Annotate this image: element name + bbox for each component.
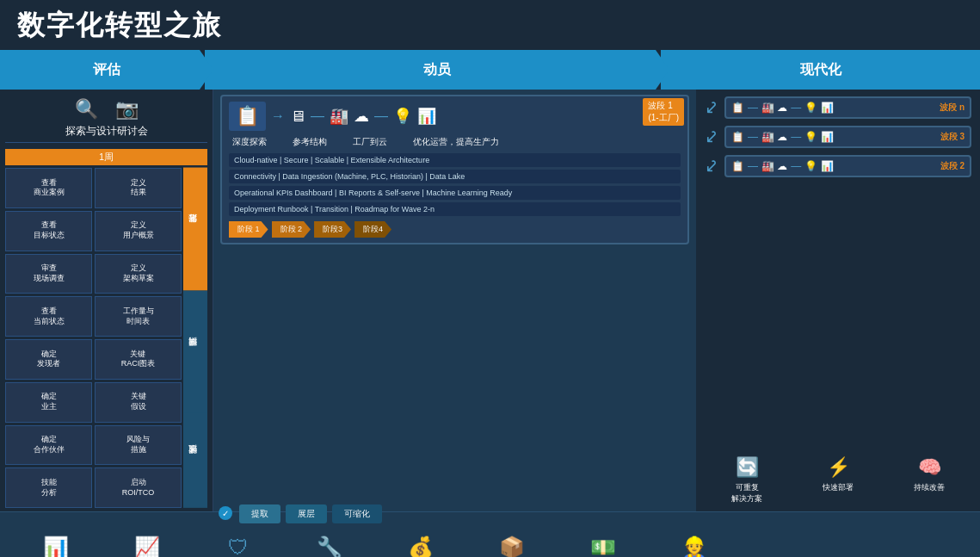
vlabel-tech: 技术证明 <box>183 413 207 508</box>
week-badge: 1周 <box>5 149 207 165</box>
bottom-item: 👷Worker attrition and training <box>656 535 733 557</box>
wave-mini-icons: 📋 — 🏭 ☁ — 💡 📊 <box>731 131 834 143</box>
bottom-item: 💵Cost reduction <box>564 535 642 557</box>
vertical-labels: 部署方法 车间调研 技术证明 <box>183 168 207 508</box>
bottom-icon: 🛡 <box>228 535 249 557</box>
grid-item: 关键 RACI图表 <box>95 339 182 380</box>
grid-item: 查看 当前状态 <box>5 296 92 337</box>
w1-label-ops: 优化运营，提高生产力 <box>413 136 499 148</box>
wave1-header: 📋 → 🖥 — 🏭 ☁ — 💡 📊 波段 1(1-工厂) <box>229 102 681 131</box>
w1-icon-screen: 🖥 <box>290 108 305 126</box>
wave-box: 📋 — 🏭 ☁ — 💡 📊波段 3 <box>724 126 971 148</box>
w1-icon-factory: 🏭 <box>330 107 348 126</box>
grid-item: 定义 架构草案 <box>95 254 182 294</box>
outcome-label: 持续改善 <box>914 482 945 493</box>
grid-item: 确定 合作伙伴 <box>5 425 92 466</box>
stage-arrows: 阶段 1阶段 2阶段3阶段4 <box>229 221 681 238</box>
outcomes-row: 🔄可重复 解决方案⚡快速部署🧠持续改善 <box>705 456 971 504</box>
discovery-icons: 🔍 📷 <box>75 98 139 121</box>
bottom-item: 💰Create new revenue sources <box>382 535 459 557</box>
feature-row: Cloud-native | Secure | Scalable | Exten… <box>229 153 681 167</box>
wave-badge: 波段 3 <box>940 131 965 143</box>
w1-icon-bulb: 💡 <box>393 107 412 126</box>
checkmark-icon: ✓ <box>219 506 232 520</box>
stage-arrow: 阶段 1 <box>229 221 268 238</box>
page-header: 数字化转型之旅 <box>0 0 980 50</box>
bottom-icon: 💰 <box>408 535 434 557</box>
stage-arrow: 阶段4 <box>354 221 391 238</box>
grid-item: 审查 现场调查 <box>5 254 92 294</box>
phase-assess: 评估 <box>0 50 213 90</box>
outcome-item: 🧠持续改善 <box>914 456 945 504</box>
wave-row: ↩📋 — 🏭 ☁ — 💡 📊波段 2 <box>705 155 971 177</box>
wave-arrow-icon: ↩ <box>700 154 724 179</box>
bottom-icon: 👷 <box>681 535 707 557</box>
footer-button[interactable]: 展层 <box>286 504 327 523</box>
w1-arrow3: — <box>374 108 388 124</box>
w1-icon-chart: 📊 <box>417 107 436 126</box>
grid-item: 确定 业主 <box>5 382 92 423</box>
grid-item: 定义 用户概景 <box>95 211 182 251</box>
bottom-section: 📊Liberating data and revealing insights📈… <box>0 511 980 557</box>
wave-rows: ↩📋 — 🏭 ☁ — 💡 📊波段 n↩📋 — 🏭 ☁ — 💡 📊波段 3↩📋 —… <box>705 96 971 446</box>
grid-item: 定义 结果 <box>95 168 182 208</box>
grid-item: 查看 目标状态 <box>5 211 92 251</box>
outcome-label: 快速部署 <box>823 482 854 493</box>
stage-arrow: 阶段3 <box>314 221 351 238</box>
bottom-icon: 📊 <box>43 535 69 557</box>
wave-arrow-icon: ↩ <box>700 125 724 150</box>
wave1-box: 📋 → 🖥 — 🏭 ☁ — 💡 📊 波段 1(1-工厂) 深度探索 参考结构 工… <box>220 95 689 244</box>
footer-button[interactable]: 提取 <box>239 504 280 523</box>
w1-arrow2: — <box>311 108 324 124</box>
grid-item: 启动 ROI/TCO <box>95 467 182 508</box>
wave1-labels: 深度探索 参考结构 工厂到云 优化运营，提高生产力 <box>229 136 681 148</box>
explore-icon: 🔍 <box>75 98 98 121</box>
assessment-grid: 查看 商业案例定义 结果查看 目标状态定义 用户概景审查 现场调查定义 架构草案… <box>5 168 182 508</box>
bottom-icon: 📈 <box>134 535 160 557</box>
stage-arrow: 阶段 2 <box>272 221 311 238</box>
wave-badge: 波段 n <box>940 102 965 114</box>
outcome-label: 可重复 解决方案 <box>731 482 762 504</box>
phase-modernize: 现代化 <box>661 50 980 90</box>
vlabel-survey: 车间调研 <box>183 291 207 414</box>
outcome-item: ⚡快速部署 <box>823 456 854 504</box>
w1-label-explore: 深度探索 <box>232 136 267 148</box>
phase-mobilize: 动员 <box>205 50 669 90</box>
footer-buttons: 提取展层可缩化 <box>239 504 382 523</box>
wave1-icons: 📋 → 🖥 — 🏭 ☁ — 💡 📊 <box>229 102 681 131</box>
discovery-label: 探索与设计研讨会 <box>65 124 148 139</box>
feature-row: Operational KPIs Dashboard | BI Reports … <box>229 186 681 200</box>
w1-label-cloud: 工厂到云 <box>353 136 387 148</box>
grid-item: 工作量与 时间表 <box>95 296 182 337</box>
wave-mini-icons: 📋 — 🏭 ☁ — 💡 📊 <box>731 102 834 114</box>
wave-box: 📋 — 🏭 ☁ — 💡 📊波段 2 <box>724 155 971 177</box>
bottom-icon: 💵 <box>590 535 616 557</box>
phase-row: 评估 动员 现代化 <box>0 50 980 90</box>
wave-arrow-icon: ↩ <box>700 96 724 121</box>
bottom-item: 📦Optimize supply chain, reduce inventory <box>473 535 551 557</box>
wave1-badge: 波段 1(1-工厂) <box>643 98 684 126</box>
bottom-item: 📊Liberating data and revealing insights <box>17 535 95 557</box>
grid-item: 确定 发现者 <box>5 339 92 380</box>
w1-label-ref: 参考结构 <box>293 136 327 148</box>
grid-item: 技能 分析 <box>5 467 92 508</box>
bottom-icon: 🔧 <box>317 535 342 557</box>
bottom-item: 🔧Predictive Maintenance <box>291 535 368 557</box>
wave-mini-icons: 📋 — 🏭 ☁ — 💡 📊 <box>731 160 834 172</box>
wave-box: 📋 — 🏭 ☁ — 💡 📊波段 n <box>724 96 971 119</box>
footer-button[interactable]: 可缩化 <box>332 504 382 523</box>
wave-badge: 波段 2 <box>940 160 965 172</box>
w1-icon-doc: 📋 <box>229 102 266 131</box>
modernize-panel: ↩📋 — 🏭 ☁ — 💡 📊波段 n↩📋 — 🏭 ☁ — 💡 📊波段 3↩📋 —… <box>696 90 980 511</box>
outcome-icon: 🔄 <box>736 456 759 479</box>
grid-item: 查看 商业案例 <box>5 168 92 208</box>
discovery-section: 🔍 📷 探索与设计研讨会 <box>5 93 207 143</box>
page-title: 数字化转型之旅 <box>17 9 222 40</box>
camera-icon: 📷 <box>115 98 139 121</box>
w1-arrow1: → <box>271 108 285 124</box>
mobilize-panel: 📋 → 🖥 — 🏭 ☁ — 💡 📊 波段 1(1-工厂) 深度探索 参考结构 工… <box>213 90 696 511</box>
bottom-item: 📈Improve OEE, RCA, & optimize production <box>108 535 186 557</box>
w1-icon-cloud: ☁ <box>354 107 369 126</box>
grid-item: 关键 假设 <box>95 382 182 423</box>
outcome-item: 🔄可重复 解决方案 <box>731 456 762 504</box>
